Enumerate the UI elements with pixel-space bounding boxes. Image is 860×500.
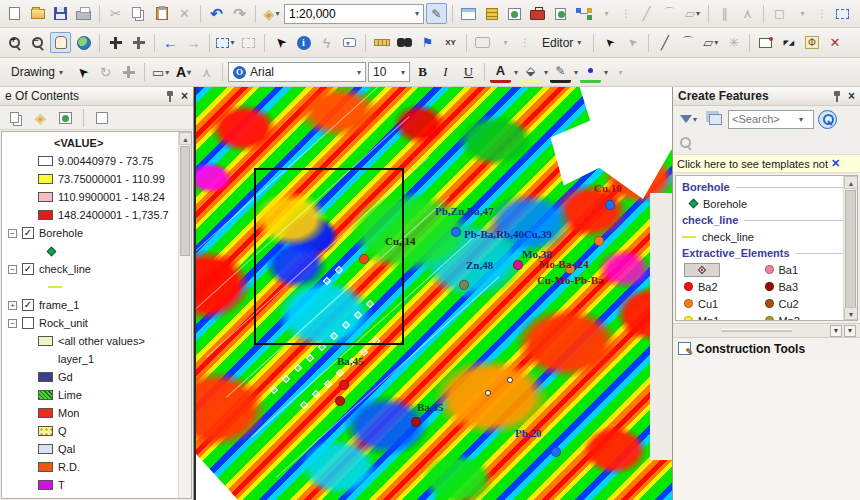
legend-class-row[interactable]: Gd <box>2 368 191 386</box>
model-builder-button[interactable] <box>573 3 594 24</box>
reshape-button[interactable] <box>755 32 776 53</box>
open-button[interactable] <box>27 3 48 24</box>
collapse-button[interactable]: ▼ <box>844 325 856 337</box>
editor-menu[interactable]: Editor▾ <box>535 32 588 53</box>
class-swatch[interactable] <box>38 336 53 346</box>
template-item[interactable]: Cu1 <box>682 295 763 312</box>
scroll-up-button[interactable]: ▲ <box>179 132 192 145</box>
zoom-in-button[interactable]: + <box>4 32 25 53</box>
pin-icon[interactable] <box>832 91 842 102</box>
template-item-selected[interactable] <box>682 261 763 278</box>
parallel-tool-button[interactable]: ∥ <box>714 3 735 24</box>
template-item-borehole[interactable]: Borehole <box>682 195 843 212</box>
measure-button[interactable] <box>371 32 392 53</box>
create-arc-button[interactable]: ⌒ <box>677 32 698 53</box>
edit-vertices-button[interactable]: ⋏ <box>196 62 217 83</box>
notice-close-icon[interactable]: ✕ <box>831 157 840 170</box>
list-by-drawing-order-button[interactable] <box>5 107 26 128</box>
checkline-symbol[interactable] <box>48 286 62 288</box>
edit-annotation-button[interactable]: ➤ <box>618 28 648 58</box>
list-by-source-button[interactable]: ◈ <box>30 107 51 128</box>
full-extent-button[interactable] <box>73 32 94 53</box>
toc-close-button[interactable]: × <box>181 89 188 103</box>
create-features-close-button[interactable]: × <box>848 89 855 103</box>
forward-extent-button[interactable]: → <box>183 32 204 53</box>
template-list[interactable]: Borehole Borehole check_line check_line … <box>675 175 858 321</box>
underline-button[interactable]: U <box>458 62 479 83</box>
template-item[interactable]: Mn2 <box>763 312 844 321</box>
cut-polygons-button[interactable]: ✕ <box>824 32 845 53</box>
new-document-button[interactable] <box>4 3 25 24</box>
toc-tree[interactable]: <VALUE> 9.00440979 - 73.75 73.75000001 -… <box>1 131 192 499</box>
collapse-icon[interactable]: − <box>8 319 17 328</box>
list-by-visibility-button[interactable] <box>55 107 76 128</box>
shape-button[interactable]: ▭▾ <box>150 62 171 83</box>
point-intersection-button[interactable]: ✳ <box>723 32 744 53</box>
collapse-icon[interactable]: − <box>8 265 17 274</box>
layer-checkbox[interactable]: ✓ <box>22 299 34 311</box>
hyperlink-button[interactable]: ϟ <box>316 32 337 53</box>
legend-class-row[interactable]: 148.2400001 - 1,735.7 <box>2 206 191 224</box>
template-group-checkline[interactable]: check_line <box>682 212 843 228</box>
layer-row-borehole[interactable]: −✓Borehole <box>2 224 191 242</box>
panel-divider[interactable]: ▼ ▼ <box>673 323 860 337</box>
marker-color-button[interactable] <box>580 62 601 83</box>
legend-class-row[interactable]: Q <box>2 422 191 440</box>
class-swatch[interactable] <box>38 390 53 400</box>
legend-class-row[interactable]: 9.00440979 - 73.75 <box>2 152 191 170</box>
class-swatch[interactable] <box>38 462 53 472</box>
class-swatch[interactable] <box>38 156 53 166</box>
toolbar-overflow-button[interactable]: ▾ <box>495 32 516 53</box>
bold-button[interactable]: B <box>412 62 433 83</box>
class-swatch[interactable] <box>38 174 53 184</box>
italic-button[interactable]: I <box>435 62 456 83</box>
arctoolbox-button[interactable] <box>527 3 548 24</box>
rotate-button[interactable]: ↻ <box>95 62 116 83</box>
back-extent-button[interactable]: ← <box>160 32 181 53</box>
select-features-button[interactable]: ▾ <box>215 32 236 53</box>
clear-search-icon[interactable] <box>679 136 693 150</box>
class-swatch[interactable] <box>38 444 53 454</box>
template-search-box[interactable]: ▾ <box>728 110 814 129</box>
delete-button[interactable]: ✕ <box>174 3 195 24</box>
fixed-zoom-out-button[interactable] <box>128 32 149 53</box>
expand-icon[interactable]: + <box>8 301 17 310</box>
edit-sketch-button[interactable]: ✎ <box>426 3 447 24</box>
checkline-symbol-row[interactable] <box>2 278 191 296</box>
legend-class-row[interactable]: <all other values> <box>2 332 191 350</box>
copy-button[interactable] <box>128 3 149 24</box>
template-filter-button[interactable]: ▾ <box>678 109 699 130</box>
find-button[interactable] <box>394 32 415 53</box>
search-window-button[interactable] <box>504 3 525 24</box>
class-swatch[interactable] <box>38 372 53 382</box>
templates-notice-bar[interactable]: Click here to see templates not ✕ <box>673 154 860 173</box>
font-color-button[interactable]: A <box>490 62 511 83</box>
create-polygon-button[interactable]: ▱▾ <box>700 32 721 53</box>
cut-button[interactable]: ✂ <box>105 3 126 24</box>
legend-class-row[interactable]: R.D. <box>2 458 191 476</box>
layer-checkbox[interactable] <box>22 317 34 329</box>
find-route-button[interactable]: ⚑ <box>417 32 438 53</box>
undo-button[interactable]: ↶ <box>206 3 227 24</box>
paste-button[interactable] <box>151 3 172 24</box>
collapse-button[interactable]: ▼ <box>830 325 842 337</box>
layer-row-frame[interactable]: +✓frame_1 <box>2 296 191 314</box>
legend-class-row[interactable]: 110.9900001 - 148.24 <box>2 188 191 206</box>
zoom-graphics-button[interactable] <box>118 62 139 83</box>
legend-class-row[interactable]: Lime <box>2 386 191 404</box>
vertex-tool-button[interactable]: ⋏ <box>737 3 758 24</box>
extra-tool-button[interactable] <box>832 3 853 24</box>
borehole-symbol-row[interactable] <box>2 242 191 260</box>
split-button[interactable]: ◤◢ <box>778 32 799 53</box>
class-swatch[interactable] <box>38 192 53 202</box>
toc-options-button[interactable] <box>91 107 112 128</box>
layer-row-rockunit[interactable]: −Rock_unit <box>2 314 191 332</box>
borehole-symbol[interactable] <box>47 246 57 256</box>
trace-tool-button[interactable]: ◻ <box>769 3 790 24</box>
drawing-menu[interactable]: Drawing▾ <box>4 62 70 83</box>
html-popup-button[interactable] <box>339 32 360 53</box>
template-scrollbar[interactable]: ▲ ▼ <box>843 176 857 320</box>
toolbar-overflow-button[interactable]: ▾ <box>792 3 813 24</box>
identify-button[interactable]: i <box>293 32 314 53</box>
attribute-table-button[interactable] <box>458 3 479 24</box>
